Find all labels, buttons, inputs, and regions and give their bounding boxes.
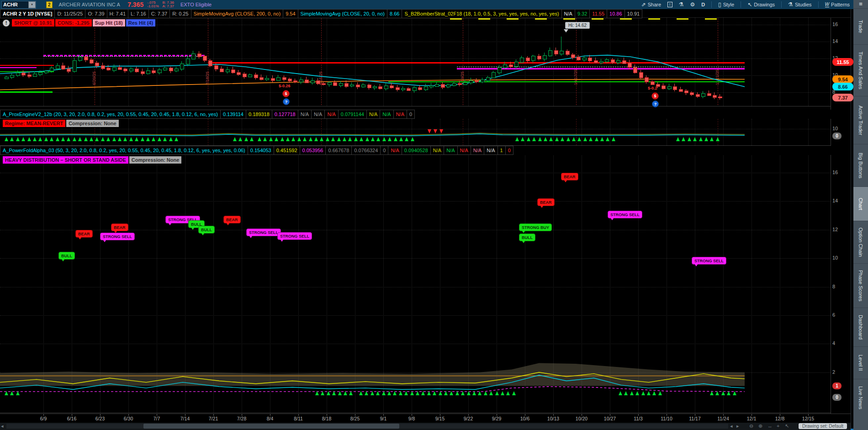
candle xyxy=(106,68,111,70)
zoom-out-icon[interactable]: ⊖ xyxy=(749,423,753,429)
grid-vline xyxy=(383,119,384,145)
ohlc-header-cell: N/A xyxy=(562,9,575,18)
chart-scrollbar-thumb[interactable] xyxy=(143,424,399,429)
ohlc-header-cell: 8.66 xyxy=(387,9,402,18)
price-axis-bubble: 9.54 xyxy=(832,75,853,83)
up-arrow-signal xyxy=(461,391,465,395)
settings-button[interactable]: ⚙ xyxy=(690,1,695,8)
up-arrow-signal xyxy=(309,137,312,141)
candle xyxy=(152,70,156,73)
up-arrow-signal xyxy=(286,137,290,141)
up-arrow-signal xyxy=(561,137,564,141)
up-arrow-signal xyxy=(612,137,615,141)
sidebar-tab-trade[interactable]: Trade xyxy=(853,8,868,44)
opex-date-label: 11/21/25 xyxy=(715,69,720,85)
grid-hline xyxy=(0,372,831,373)
up-arrow-signal xyxy=(382,137,386,141)
alert-icon: ! xyxy=(3,20,10,27)
up-arrow-signal xyxy=(84,137,88,141)
sidebar-tab-level-ii[interactable]: Level II xyxy=(853,346,868,379)
grid-vline xyxy=(638,119,639,145)
exto-eligible-label: EXTO Eligible xyxy=(180,2,212,7)
study-row-proxengine-label[interactable]: A_ProxEngineV2_12b (20, 3, 20, 2.0, 0.8,… xyxy=(0,110,221,119)
zoom-in-icon[interactable]: ⊕ xyxy=(758,423,762,429)
grid-vline xyxy=(128,155,129,413)
study-row-proxengine-value: 0 xyxy=(407,110,415,119)
up-arrow-signal xyxy=(478,391,482,395)
time-axis-label: 10/27 xyxy=(604,416,616,421)
time-axis-label: 10/6 xyxy=(520,416,529,421)
crosshair-icon[interactable]: + xyxy=(777,423,779,429)
strategy-level-line xyxy=(0,65,54,66)
pan-icon[interactable]: ↔ xyxy=(767,423,773,429)
strategy-mark xyxy=(450,18,462,20)
up-arrow-signal xyxy=(349,391,353,395)
candle xyxy=(446,85,450,87)
candle xyxy=(276,77,281,81)
chart-scrollbar[interactable] xyxy=(6,424,728,429)
candle xyxy=(141,71,145,74)
style-button[interactable]: ▯Style xyxy=(718,1,734,8)
candle xyxy=(78,57,82,61)
scroll-left-icon[interactable]: ◂ xyxy=(730,423,733,429)
up-arrow-signal xyxy=(515,137,519,141)
sidebar-tab-times-and-sales[interactable]: Times And Sales xyxy=(853,44,868,96)
symbol-input[interactable] xyxy=(2,2,28,7)
status-badge: Res Hit (4) xyxy=(126,19,155,27)
share-button[interactable]: ⇗Share xyxy=(641,1,661,8)
up-arrow-signal xyxy=(303,137,307,141)
candle xyxy=(718,96,722,98)
sidebar-tab-dashboard[interactable]: Dashboard xyxy=(853,308,868,346)
grid-vline xyxy=(383,155,384,413)
scroll-left-edge-icon[interactable]: ◂ xyxy=(1,423,4,429)
study-row-proxengine-value: N/A xyxy=(312,110,325,119)
sidebar-tab-phase-scores[interactable]: Phase Scores xyxy=(853,263,868,308)
patterns-icon: W xyxy=(825,2,829,7)
calendar-alert-button[interactable]: ! xyxy=(667,2,672,7)
sidebar-tab-chart[interactable]: Chart xyxy=(853,186,868,221)
candle xyxy=(378,86,382,89)
drawing-set-selector[interactable]: Drawing set: Default xyxy=(799,423,847,429)
sidebar-tab-active-trader[interactable]: Active Trader xyxy=(853,96,868,144)
candle xyxy=(158,69,162,73)
company-name: ARCHER AVIATION INC A xyxy=(59,2,121,7)
up-arrow-signal xyxy=(370,391,374,395)
quick-study-button[interactable]: ⚗ xyxy=(679,1,684,8)
drawings-button[interactable]: ↖Drawings xyxy=(747,1,775,8)
down-arrow-signal xyxy=(434,129,437,133)
time-axis-label: 10/20 xyxy=(576,416,587,421)
ohlc-header-cell: 10.91 xyxy=(625,9,643,18)
study-row-proxengine-value: 0.139114 xyxy=(221,110,246,119)
symbol-flag-badge[interactable]: 2 xyxy=(46,1,53,8)
cursor-icon[interactable]: ↖ xyxy=(785,423,789,429)
patterns-button[interactable]: WPatterns xyxy=(825,2,850,7)
sidebar-tab-option-chain[interactable]: Option Chain xyxy=(853,221,868,263)
sidebar-tab-live-news[interactable]: Live News xyxy=(853,379,868,416)
sidebar-menu-button[interactable]: ≡ xyxy=(853,0,868,8)
chart-canvas[interactable]: 6/20/257/18/258/15/259/19/2510/17/2511/2… xyxy=(0,0,868,430)
candle xyxy=(135,69,139,72)
up-arrow-signal xyxy=(233,137,237,141)
up-arrow-signal xyxy=(326,137,329,141)
candle xyxy=(498,67,502,73)
grid-hline xyxy=(0,173,831,173)
up-arrow-signal xyxy=(314,137,318,141)
grid-vline xyxy=(723,155,724,413)
up-arrow-signal xyxy=(733,391,736,395)
timeframe-button[interactable]: D xyxy=(701,2,705,7)
candle xyxy=(95,63,99,66)
scroll-right-icon[interactable]: ▸ xyxy=(736,423,739,429)
studies-button[interactable]: ⚗Studies xyxy=(788,1,811,8)
sidebar-tab-big-buttons[interactable]: Big Buttons xyxy=(853,144,868,186)
symbol-dropdown-button[interactable]: ▾ xyxy=(28,1,36,8)
study-row-powerfold-label[interactable]: A_PowerFoldAlpha_03 (50, 3, 20, 2.0, 0.8… xyxy=(0,146,248,155)
panel-divider xyxy=(0,413,831,413)
grid-vline xyxy=(582,119,582,145)
strategy-level-line xyxy=(0,67,37,68)
study-row-proxengine-value: N/A xyxy=(394,110,407,119)
up-arrow-signal xyxy=(112,137,116,141)
strategy-alert-badges: !SHORT @ 10.91CONS: -1.295Sup Hit (18)Re… xyxy=(3,19,155,27)
lower-axis-tick: 12 xyxy=(832,227,838,232)
study-row-proxengine-value: N/A xyxy=(325,110,338,119)
symbol-input-group[interactable]: ▾ xyxy=(1,1,36,9)
